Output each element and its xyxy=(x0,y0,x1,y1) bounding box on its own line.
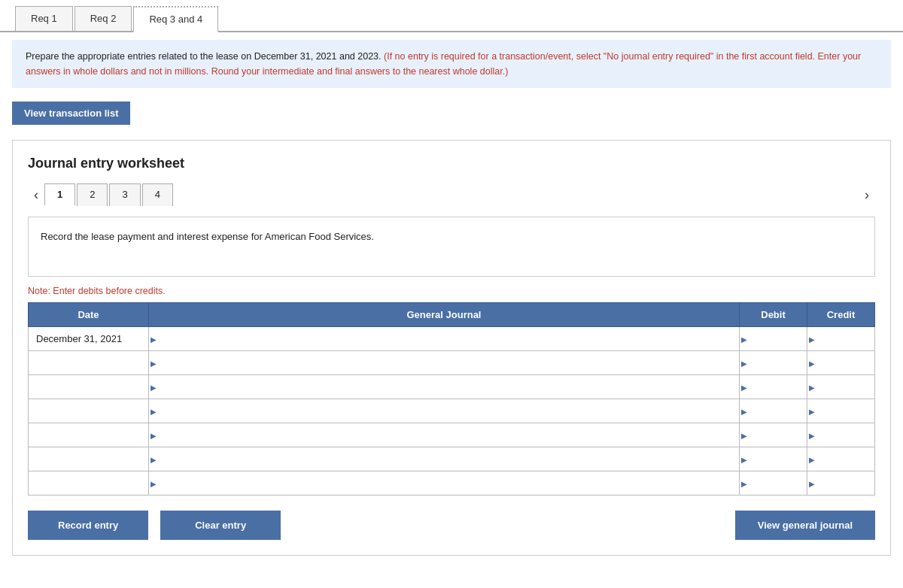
row2-debit-input[interactable] xyxy=(740,351,807,374)
row4-debit-input[interactable] xyxy=(740,399,807,423)
prev-page-arrow[interactable]: ‹ xyxy=(28,184,44,206)
table-row xyxy=(29,447,875,471)
row2-credit-cell xyxy=(807,351,875,375)
row3-date xyxy=(29,375,149,399)
row6-journal-input[interactable] xyxy=(149,447,739,471)
tab-req1[interactable]: Req 1 xyxy=(15,6,73,31)
row1-debit-cell xyxy=(740,327,807,351)
top-tab-bar: Req 1 Req 2 Req 3 and 4 xyxy=(0,0,903,32)
col-debit: Debit xyxy=(740,303,807,327)
description-text: Record the lease payment and interest ex… xyxy=(41,231,374,242)
row1-credit-input[interactable] xyxy=(807,327,874,350)
row3-credit-cell xyxy=(807,375,875,399)
row6-credit-cell xyxy=(807,447,875,471)
table-row xyxy=(29,399,875,423)
row7-journal-input[interactable] xyxy=(149,471,739,495)
view-general-journal-button[interactable]: View general journal xyxy=(735,511,875,540)
row7-journal-cell xyxy=(149,471,740,496)
row3-debit-cell xyxy=(740,375,807,399)
row4-date xyxy=(29,399,149,423)
row7-credit-cell xyxy=(807,471,875,496)
row4-credit-input[interactable] xyxy=(807,399,874,423)
row3-journal-input[interactable] xyxy=(149,375,739,399)
tab-req2-label: Req 2 xyxy=(90,13,117,24)
table-row xyxy=(29,375,875,399)
row6-date xyxy=(29,447,149,471)
row5-journal-cell xyxy=(149,423,740,447)
page-tab-4-label: 4 xyxy=(155,189,160,200)
entry-note: Note: Enter debits before credits. xyxy=(28,286,875,296)
row5-debit-cell xyxy=(740,423,807,447)
page-tab-3-label: 3 xyxy=(122,189,127,200)
col-general-journal: General Journal xyxy=(149,303,740,327)
row5-credit-input[interactable] xyxy=(807,423,874,447)
row6-credit-input[interactable] xyxy=(807,447,874,471)
worksheet-title: Journal entry worksheet xyxy=(28,156,875,171)
page-tab-2[interactable]: 2 xyxy=(77,183,108,206)
table-row: December 31, 2021 xyxy=(29,327,875,351)
row6-journal-cell xyxy=(149,447,740,471)
page-tab-1-label: 1 xyxy=(57,189,62,200)
tab-req2[interactable]: Req 2 xyxy=(74,6,132,31)
table-row xyxy=(29,351,875,375)
row2-credit-input[interactable] xyxy=(807,351,874,374)
journal-table: Date General Journal Debit Credit Decemb… xyxy=(28,302,875,496)
row7-debit-input[interactable] xyxy=(740,471,807,495)
row4-debit-cell xyxy=(740,399,807,423)
journal-entry-worksheet: Journal entry worksheet ‹ 1 2 3 4 › Reco… xyxy=(12,140,891,556)
row3-journal-cell xyxy=(149,375,740,399)
page-tab-1[interactable]: 1 xyxy=(44,183,75,206)
page-navigation: ‹ 1 2 3 4 › xyxy=(28,183,875,206)
table-row xyxy=(29,423,875,447)
row2-journal-input[interactable] xyxy=(149,351,739,374)
row5-journal-input[interactable] xyxy=(149,423,739,447)
bottom-buttons: Record entry Clear entry View general jo… xyxy=(28,511,875,540)
row3-debit-input[interactable] xyxy=(740,375,807,399)
tab-req3and4-label: Req 3 and 4 xyxy=(149,14,202,25)
row4-journal-cell xyxy=(149,399,740,423)
row4-credit-cell xyxy=(807,399,875,423)
page-tabs: 1 2 3 4 xyxy=(44,183,175,206)
row7-credit-input[interactable] xyxy=(807,471,874,495)
row1-journal-cell xyxy=(149,327,740,351)
row7-debit-cell xyxy=(740,471,807,496)
tab-req1-label: Req 1 xyxy=(31,13,57,24)
next-page-arrow[interactable]: › xyxy=(859,184,875,206)
clear-entry-button[interactable]: Clear entry xyxy=(160,511,281,540)
row4-journal-input[interactable] xyxy=(149,399,739,423)
row1-journal-input[interactable] xyxy=(149,327,739,350)
row5-date xyxy=(29,423,149,447)
table-row xyxy=(29,471,875,496)
row7-date xyxy=(29,471,149,496)
record-entry-button[interactable]: Record entry xyxy=(28,511,148,540)
entry-description: Record the lease payment and interest ex… xyxy=(28,217,875,277)
row2-journal-cell xyxy=(149,351,740,375)
tab-req3and4[interactable]: Req 3 and 4 xyxy=(133,6,218,32)
row3-credit-input[interactable] xyxy=(807,375,874,399)
row2-debit-cell xyxy=(740,351,807,375)
info-box: Prepare the appropriate entries related … xyxy=(12,40,891,88)
view-transaction-button[interactable]: View transaction list xyxy=(12,102,130,125)
col-date: Date xyxy=(29,303,149,327)
row5-debit-input[interactable] xyxy=(740,423,807,447)
page-tab-3[interactable]: 3 xyxy=(109,183,140,206)
col-credit: Credit xyxy=(807,303,875,327)
row5-credit-cell xyxy=(807,423,875,447)
row2-date xyxy=(29,351,149,375)
row1-date: December 31, 2021 xyxy=(29,327,149,351)
page-tab-2-label: 2 xyxy=(90,189,95,200)
page-tab-4[interactable]: 4 xyxy=(142,183,173,206)
row6-debit-input[interactable] xyxy=(740,447,807,471)
info-text1: Prepare the appropriate entries related … xyxy=(26,51,384,62)
row6-debit-cell xyxy=(740,447,807,471)
row1-debit-input[interactable] xyxy=(740,327,807,350)
row1-credit-cell xyxy=(807,327,875,351)
